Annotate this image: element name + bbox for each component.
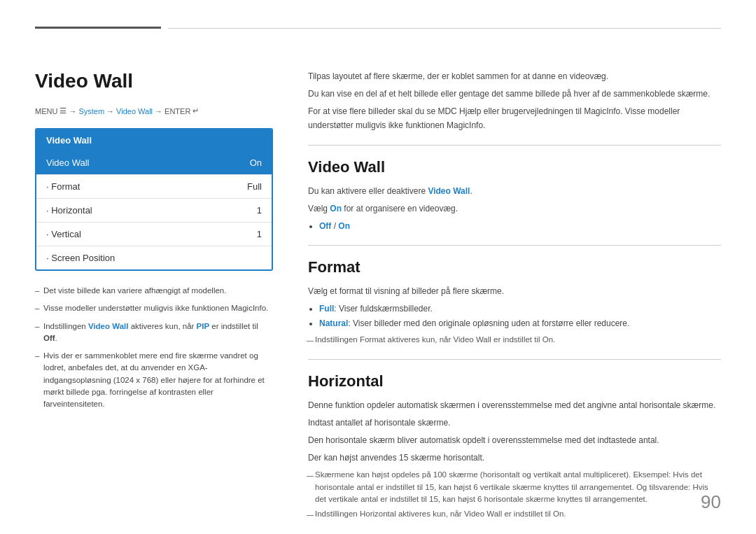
format-bullet-1: Full: Viser fuldskærmsbilleder.: [319, 302, 721, 315]
menu-item-label: Video Wall: [46, 157, 89, 168]
horiz-para-4: Der kan højst anvendes 15 skærme horison…: [308, 451, 721, 465]
menu-item-label: · Vertical: [46, 229, 81, 239]
menu-item-horizontal[interactable]: · Horizontal 1: [36, 199, 272, 223]
menu-label: MENU: [35, 107, 57, 115]
menu-item-label: · Format: [46, 181, 80, 192]
menu-item-videowall[interactable]: Video Wall On: [36, 151, 272, 175]
arrow3: →: [155, 107, 162, 115]
arrow1: →: [69, 107, 76, 115]
menu-item-format[interactable]: · Format Full: [36, 175, 272, 199]
format-note-1: Indstillingen Format aktiveres kun, når …: [308, 334, 721, 346]
format-bullets: Full: Viser fuldskærmsbilleder. Natural:…: [319, 302, 721, 330]
left-column: Video Wall MENU ☰ → System → Video Wall …: [35, 28, 294, 506]
section-title-format: Format: [308, 258, 721, 276]
menu-item-value: Full: [247, 181, 262, 192]
vw-bullets: Off / On: [319, 220, 721, 232]
menu-path: MENU ☰ → System → Video Wall → ENTER ↵: [35, 106, 273, 115]
page-title: Video Wall: [35, 70, 273, 92]
format-bullet-2: Natural: Viser billeder med den original…: [319, 317, 721, 330]
arrow2: →: [106, 107, 114, 115]
horiz-note-1: Skærmene kan højst opdeles på 100 skærme…: [308, 469, 721, 505]
menu-icon: ☰: [59, 106, 66, 115]
right-column: Tilpas layoutet af flere skærme, der er …: [294, 28, 721, 506]
menu-box-header: Video Wall: [36, 129, 272, 151]
horiz-para-1: Denne funktion opdeler automatisk skærme…: [308, 399, 721, 412]
enter-label: ENTER: [164, 107, 190, 115]
menu-item-value: 1: [257, 229, 262, 239]
system-link: System: [78, 107, 104, 115]
section-title-videowall: Video Wall: [308, 158, 721, 176]
horiz-para-3: Den horisontale skærm bliver automatisk …: [308, 434, 721, 447]
intro-line-1: Tilpas layoutet af flere skærme, der er …: [308, 70, 721, 83]
menu-item-screen-position[interactable]: · Screen Position: [36, 246, 272, 269]
horiz-note-2: Indstillingen Horizontal aktiveres kun, …: [308, 508, 721, 520]
enter-icon: ↵: [192, 106, 199, 115]
vw-para-1: Du kan aktivere eller deaktivere Video W…: [308, 185, 721, 198]
note-3: Indstillingen Video Wall aktiveres kun, …: [35, 321, 273, 345]
menu-item-value: On: [250, 157, 262, 168]
intro-line-2: Du kan vise en del af et helt billede el…: [308, 87, 721, 101]
note-4: Hvis der er sammenkoblet mere end fire s…: [35, 350, 273, 410]
section-title-horizontal: Horizontal: [308, 372, 721, 391]
note-1: Det viste billede kan variere afhængigt …: [35, 285, 273, 297]
divider-1: [308, 145, 721, 146]
menu-item-label: · Screen Position: [46, 253, 115, 263]
top-line-long: [168, 28, 721, 29]
intro-line-3: For at vise flere billeder skal du se MD…: [308, 105, 721, 132]
notes-section: Det viste billede kan variere afhængigt …: [35, 285, 273, 410]
vw-bullet-1: Off / On: [319, 220, 721, 232]
menu-item-label: · Horizontal: [46, 205, 92, 216]
menu-box: Video Wall Video Wall On · Format Full ·…: [35, 128, 273, 271]
divider-2: [308, 245, 721, 246]
format-para-1: Vælg et format til visning af billeder p…: [308, 285, 721, 298]
menu-item-value: 1: [257, 205, 262, 216]
horiz-para-2: Indtast antallet af horisontale skærme.: [308, 416, 721, 430]
vw-para-2: Vælg On for at organisere en videovæg.: [308, 202, 721, 216]
top-line-short: [35, 27, 161, 29]
videowall-link: Video Wall: [116, 107, 153, 115]
divider-3: [308, 359, 721, 360]
note-2: Visse modeller understøtter muligvis ikk…: [35, 302, 273, 314]
page-number: 90: [701, 491, 721, 513]
menu-item-vertical[interactable]: · Vertical 1: [36, 223, 272, 246]
